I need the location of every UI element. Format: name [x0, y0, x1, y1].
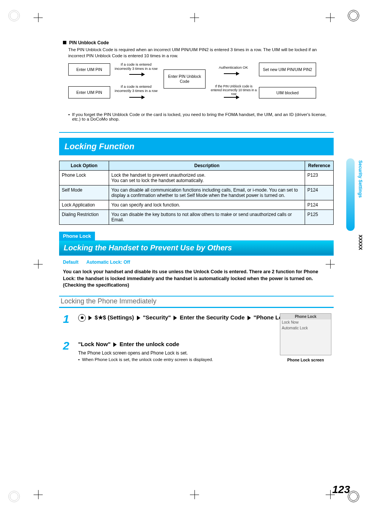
bullet-dot-icon: • — [68, 112, 70, 121]
pin-diagram: Enter UIM PIN Enter UIM PIN If a code is… — [68, 63, 334, 108]
step-1: 1 $★$ (Settings) "Security" Enter the Se… — [63, 313, 334, 325]
pin-forget-note: • If you forget the PIN Unblock Code or … — [68, 112, 334, 121]
pin-unblock-heading: PIN Unblock Code — [63, 40, 334, 45]
chevron-right-icon — [174, 316, 177, 320]
section-divider — [59, 132, 334, 134]
cell-desc: Lock the handset to prevent unauthorized… — [109, 171, 305, 185]
side-marker: XXXXX — [358, 235, 363, 250]
phone-lock-label: Phone Lock — [59, 232, 95, 240]
square-bullet-icon — [63, 41, 66, 44]
side-chapter-label: Security Settings — [358, 160, 363, 198]
phone-lock-intro: You can lock your handset and disable it… — [63, 269, 330, 289]
box-uim-blocked: UIM blocked — [259, 87, 316, 98]
cell-opt: Phone Lock — [59, 171, 109, 185]
arrow-right-icon — [129, 97, 145, 98]
default-value: Automatic Lock: Off — [87, 260, 130, 265]
th-description: Description — [109, 161, 305, 171]
step-2: 2 "Lock Now" Enter the unlock code The P… — [63, 340, 334, 362]
step1-seg3: Enter the Security Code — [180, 314, 244, 321]
chevron-right-icon — [113, 342, 117, 347]
arrow-right-icon — [224, 97, 239, 98]
box-set-new-pin: Set new UIM PIN/UIM PIN2 — [259, 63, 316, 76]
side-tab — [346, 158, 355, 231]
box-enter-uim-pin: Enter UIM PIN — [68, 63, 110, 76]
step2-seg1: "Lock Now" — [78, 341, 111, 347]
pin-heading-text: PIN Unblock Code — [69, 40, 109, 45]
cell-opt: Dialing Restriction — [59, 210, 109, 225]
label-wrong3-a: If a code is entered incorrectly 3 times… — [113, 63, 159, 71]
crop-mark-icon — [34, 13, 43, 22]
step-2-note: The Phone Lock screen opens and Phone Lo… — [78, 350, 334, 356]
th-reference: Reference — [305, 161, 334, 171]
cell-ref: P125 — [305, 210, 334, 225]
chevron-right-icon — [88, 316, 92, 320]
table-row: Lock Application You can specify and loc… — [59, 200, 334, 210]
table-row: Phone Lock Lock the handset to prevent u… — [59, 171, 334, 185]
label-auth-ok: Authentication OK — [212, 66, 254, 70]
step-2-instruction: "Lock Now" Enter the unlock code — [78, 340, 334, 348]
pin-unblock-description: The PIN Unblock Code is required when an… — [68, 47, 334, 59]
cell-desc: You can disable the key buttons to not a… — [109, 210, 305, 225]
chevron-right-icon — [137, 316, 140, 320]
box-enter-uim-pin-2: Enter UIM PIN — [68, 86, 110, 98]
table-row: Dialing Restriction You can disable the … — [59, 210, 334, 225]
reg-mark-icon — [8, 491, 20, 502]
reg-mark-icon — [8, 10, 20, 21]
cell-opt: Self Mode — [59, 185, 109, 200]
ok-button-icon — [78, 314, 86, 322]
lock-options-table: Lock Option Description Reference Phone … — [59, 161, 334, 225]
pin-forget-text: If you forget the PIN Unblock Code or th… — [72, 112, 334, 121]
chevron-right-icon — [247, 316, 251, 320]
step1-seg1: $★$ (Settings) — [95, 314, 134, 321]
default-label: Default — [63, 260, 79, 265]
label-wrong10: If the PIN Unblock code is entered incor… — [209, 85, 258, 96]
table-row: Self Mode You can disable all communicat… — [59, 185, 334, 200]
step-number: 1 — [63, 313, 78, 325]
crop-mark-icon — [190, 490, 199, 499]
step-2-bullet-text: When Phone Lock is set, the unlock code … — [82, 357, 213, 362]
phone-row-automatic-lock: Automatic Lock — [280, 325, 331, 331]
phone-row-lock-now: Lock Now — [280, 319, 331, 325]
phone-titlebar: Phone Lock — [280, 314, 331, 319]
subheading-lock-immediately: Locking the Phone Immediately — [59, 296, 334, 308]
crop-mark-icon — [190, 13, 199, 22]
step-number: 2 — [63, 340, 78, 362]
page-number: 123 — [332, 484, 350, 496]
crop-mark-icon — [326, 13, 335, 22]
step-2-bullet: • When Phone Lock is set, the unlock cod… — [78, 357, 334, 362]
step1-seg2: "Security" — [143, 314, 171, 321]
cell-ref: P123 — [305, 171, 334, 185]
cell-ref: P124 — [305, 200, 334, 210]
box-enter-unblock: Enter PIN Unblock Code — [164, 69, 206, 89]
arrow-right-icon — [224, 73, 239, 74]
cell-opt: Lock Application — [59, 200, 109, 210]
section-title-locking: Locking Function — [59, 138, 334, 155]
th-lock-option: Lock Option — [59, 161, 109, 171]
crop-mark-icon — [34, 260, 43, 269]
cell-desc: You can disable all communication functi… — [109, 185, 305, 200]
phone-lock-title: Locking the Handset to Prevent Use by Ot… — [59, 240, 334, 256]
default-row: Default Automatic Lock: Off — [63, 260, 334, 265]
label-wrong3-b: If a code is entered incorrectly 3 times… — [113, 85, 159, 93]
crop-mark-icon — [34, 490, 43, 499]
step2-seg2: Enter the unlock code — [119, 341, 179, 347]
bullet-dot-icon: • — [78, 357, 80, 362]
arrow-right-icon — [129, 74, 145, 75]
cell-ref: P124 — [305, 185, 334, 200]
reg-mark-icon — [348, 10, 359, 21]
cell-desc: You can specify and lock function. — [109, 200, 305, 210]
